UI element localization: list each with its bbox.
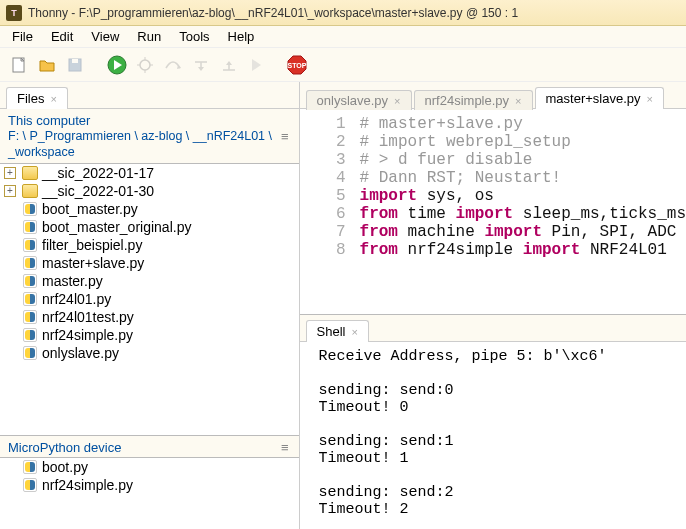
svg-point-4 [140, 60, 150, 70]
folder-row[interactable]: +__sic_2022-01-30 [0, 182, 299, 200]
files-tab-label: Files [17, 91, 44, 106]
code-line[interactable]: from machine import Pin, SPI, ADC [360, 223, 677, 241]
file-row[interactable]: boot.py [0, 458, 299, 476]
close-icon[interactable]: × [50, 93, 56, 105]
folder-icon [22, 184, 38, 198]
line-number: 8 [300, 241, 360, 259]
editor-tab-label: master+slave.py [546, 91, 641, 106]
files-tab[interactable]: Files× [6, 87, 68, 109]
python-file-icon [22, 237, 38, 253]
shell-pane: Shell× Receive Address, pipe 5: b'\xc6' … [300, 314, 686, 529]
file-name-label: nrf24l01test.py [42, 309, 134, 325]
file-name-label: onlyslave.py [42, 345, 119, 361]
this-computer-header[interactable]: This computer [8, 113, 281, 128]
this-computer-section: This computer F: \ P_Programmieren \ az-… [0, 109, 299, 435]
code-editor[interactable]: 1# master+slave.py2# import webrepl_setu… [300, 108, 686, 314]
file-name-label: nrf24simple.py [42, 327, 133, 343]
menu-tools[interactable]: Tools [171, 27, 217, 46]
file-name-label: boot.py [42, 459, 88, 475]
python-file-icon [22, 327, 38, 343]
device-header[interactable]: MicroPython device [8, 440, 121, 455]
panel-menu-icon[interactable]: ≡ [281, 440, 291, 455]
menu-help[interactable]: Help [220, 27, 263, 46]
run-button[interactable] [106, 54, 128, 76]
debug-button[interactable] [134, 54, 156, 76]
current-path[interactable]: F: \ P_Programmieren \ az-blog \ __nRF24… [8, 128, 281, 161]
step-into-button[interactable] [190, 54, 212, 76]
line-number: 3 [300, 151, 360, 169]
file-row[interactable]: nrf24l01.py [0, 290, 299, 308]
python-file-icon [22, 291, 38, 307]
expander-icon[interactable]: + [4, 167, 16, 179]
titlebar: T Thonny - F:\P_programmieren\az-blog\__… [0, 0, 686, 26]
file-name-label: nrf24l01.py [42, 291, 111, 307]
folder-row[interactable]: +__sic_2022-01-17 [0, 164, 299, 182]
code-line[interactable]: # import webrepl_setup [360, 133, 571, 151]
toolbar: STOP [0, 48, 686, 82]
shell-tab[interactable]: Shell× [306, 320, 369, 342]
open-file-button[interactable] [36, 54, 58, 76]
menu-file[interactable]: File [4, 27, 41, 46]
python-file-icon [22, 477, 38, 493]
menu-edit[interactable]: Edit [43, 27, 81, 46]
stop-button[interactable]: STOP [286, 54, 308, 76]
file-row[interactable]: nrf24simple.py [0, 326, 299, 344]
line-number: 7 [300, 223, 360, 241]
file-row[interactable]: onlyslave.py [0, 344, 299, 362]
panel-menu-icon[interactable]: ≡ [281, 129, 291, 144]
editor-tab-label: onlyslave.py [317, 93, 389, 108]
svg-text:STOP: STOP [288, 62, 307, 69]
step-over-button[interactable] [162, 54, 184, 76]
file-row[interactable]: boot_master_original.py [0, 218, 299, 236]
file-name-label: boot_master_original.py [42, 219, 191, 235]
code-line[interactable]: # Dann RST; Neustart! [360, 169, 562, 187]
file-row[interactable]: boot_master.py [0, 200, 299, 218]
file-name-label: __sic_2022-01-17 [42, 165, 154, 181]
python-file-icon [22, 459, 38, 475]
file-name-label: master.py [42, 273, 103, 289]
editor-tab-label: nrf24simple.py [425, 93, 510, 108]
close-icon[interactable]: × [394, 95, 400, 107]
menu-run[interactable]: Run [129, 27, 169, 46]
line-number: 5 [300, 187, 360, 205]
step-out-button[interactable] [218, 54, 240, 76]
code-line[interactable]: from time import sleep_ms,ticks_ms [360, 205, 686, 223]
new-file-button[interactable] [8, 54, 30, 76]
code-line[interactable]: # > d fuer disable [360, 151, 533, 169]
menu-view[interactable]: View [83, 27, 127, 46]
code-line[interactable]: # master+slave.py [360, 115, 523, 133]
file-name-label: __sic_2022-01-30 [42, 183, 154, 199]
python-file-icon [22, 219, 38, 235]
resume-button[interactable] [246, 54, 268, 76]
file-row[interactable]: master.py [0, 272, 299, 290]
editor-tabstrip: onlyslave.py×nrf24simple.py×master+slave… [300, 82, 686, 108]
device-file-list[interactable]: boot.pynrf24simple.py [0, 458, 299, 529]
shell-output[interactable]: Receive Address, pipe 5: b'\xc6' sending… [300, 341, 686, 529]
folder-icon [22, 166, 38, 180]
app-icon: T [6, 5, 22, 21]
line-number: 4 [300, 169, 360, 187]
code-line[interactable]: from nrf24simple import NRF24L01 [360, 241, 667, 259]
editor-tab[interactable]: onlyslave.py× [306, 90, 412, 110]
close-icon[interactable]: × [351, 326, 357, 338]
line-number: 2 [300, 133, 360, 151]
window-title: Thonny - F:\P_programmieren\az-blog\__nR… [28, 6, 518, 20]
file-name-label: boot_master.py [42, 201, 138, 217]
svg-rect-2 [72, 59, 78, 63]
editor-pane: onlyslave.py×nrf24simple.py×master+slave… [300, 82, 686, 529]
file-row[interactable]: master+slave.py [0, 254, 299, 272]
file-list[interactable]: +__sic_2022-01-17+__sic_2022-01-30boot_m… [0, 164, 299, 436]
expander-icon[interactable]: + [4, 185, 16, 197]
python-file-icon [22, 309, 38, 325]
close-icon[interactable]: × [515, 95, 521, 107]
python-file-icon [22, 255, 38, 271]
file-row[interactable]: nrf24l01test.py [0, 308, 299, 326]
editor-tab[interactable]: nrf24simple.py× [414, 90, 533, 110]
file-row[interactable]: filter_beispiel.py [0, 236, 299, 254]
close-icon[interactable]: × [647, 93, 653, 105]
editor-tab[interactable]: master+slave.py× [535, 87, 664, 109]
save-button[interactable] [64, 54, 86, 76]
files-tabstrip: Files× [0, 82, 299, 108]
code-line[interactable]: import sys, os [360, 187, 494, 205]
file-row[interactable]: nrf24simple.py [0, 476, 299, 494]
